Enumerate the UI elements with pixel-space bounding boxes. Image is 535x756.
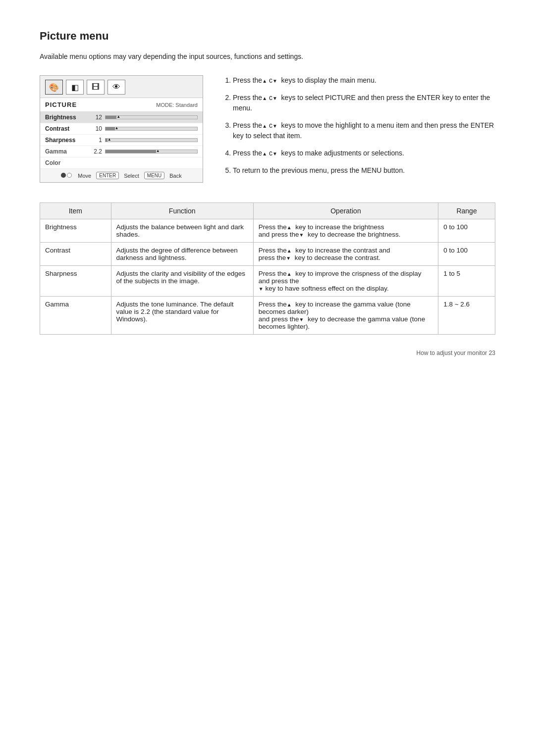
menu-row-color: Color bbox=[40, 157, 203, 169]
range-contrast: 0 to 100 bbox=[438, 243, 495, 266]
menu-icon-eye: 👁 bbox=[107, 80, 125, 95]
step-1: Press the c keys to display the main men… bbox=[233, 75, 495, 86]
step-5: To return to the previous menu, press th… bbox=[233, 165, 495, 176]
color-label: Color bbox=[45, 159, 90, 166]
step-2: Press the c keys to select PICTURE and t… bbox=[233, 93, 495, 113]
menu-row-gamma: Gamma 2.2 ▲ bbox=[40, 146, 203, 157]
menu-btn: MENU bbox=[144, 172, 164, 179]
info-table: Item Function Operation Range Brightness… bbox=[40, 202, 495, 335]
col-header-range: Range bbox=[438, 203, 495, 219]
gamma-slider: ▲ bbox=[105, 150, 198, 153]
select-label: Select bbox=[124, 173, 139, 179]
item-contrast: Contrast bbox=[40, 243, 111, 266]
step-4: Press the c keys to make adjustments or … bbox=[233, 148, 495, 158]
menu-header: PICTURE MODE: Standard bbox=[40, 98, 203, 112]
range-sharpness: 1 to 5 bbox=[438, 266, 495, 297]
function-brightness: Adjusts the balance between light and da… bbox=[111, 219, 253, 243]
col-header-item: Item bbox=[40, 203, 111, 219]
menu-row-sharpness: Sharpness 1 ▲ bbox=[40, 135, 203, 146]
table-row-contrast: Contrast Adjusts the degree of differenc… bbox=[40, 243, 495, 266]
enter-btn: ENTER bbox=[96, 172, 119, 179]
operation-sharpness: Press the key to improve the crispness o… bbox=[253, 266, 438, 297]
function-contrast: Adjusts the degree of difference between… bbox=[111, 243, 253, 266]
picture-label: PICTURE bbox=[45, 101, 77, 108]
table-row-brightness: Brightness Adjusts the balance between l… bbox=[40, 219, 495, 243]
range-brightness: 0 to 100 bbox=[438, 219, 495, 243]
menu-row-contrast: Contrast 10 ▲ bbox=[40, 123, 203, 135]
range-gamma: 1.8 ~ 2.6 bbox=[438, 297, 495, 335]
operation-brightness: Press the key to increase the brightness… bbox=[253, 219, 438, 243]
back-label: Back bbox=[169, 173, 181, 179]
menu-icon-row: 🎨 ◧ 🎞 👁 bbox=[40, 76, 203, 98]
table-row-sharpness: Sharpness Adjusts the clarity and visibi… bbox=[40, 266, 495, 297]
step-3: Press the c keys to move the highlight t… bbox=[233, 120, 495, 141]
brightness-value: 12 bbox=[90, 114, 102, 121]
top-section: 🎨 ◧ 🎞 👁 PICTURE MODE: Standard Brightnes… bbox=[40, 75, 495, 183]
footer-note: How to adjust your monitor 23 bbox=[40, 350, 495, 356]
move-label: Move bbox=[78, 173, 91, 179]
sharpness-label: Sharpness bbox=[45, 137, 90, 144]
sharpness-slider: ▲ bbox=[105, 138, 198, 142]
col-header-function: Function bbox=[111, 203, 253, 219]
item-gamma: Gamma bbox=[40, 297, 111, 335]
operation-gamma: Press the key to increase the gamma valu… bbox=[253, 297, 438, 335]
brightness-slider: ▲ bbox=[105, 115, 198, 119]
item-sharpness: Sharpness bbox=[40, 266, 111, 297]
contrast-value: 10 bbox=[90, 125, 102, 132]
function-sharpness: Adjusts the clarity and visibility of th… bbox=[111, 266, 253, 297]
brightness-label: Brightness bbox=[45, 114, 90, 121]
table-row-gamma: Gamma Adjusts the tone luminance. The de… bbox=[40, 297, 495, 335]
page-title: Picture menu bbox=[40, 30, 495, 43]
menu-footer: Move ENTER Select MENU Back bbox=[40, 169, 203, 182]
footer-circle-black bbox=[61, 173, 73, 179]
gamma-value: 2.2 bbox=[90, 148, 102, 155]
intro-text: Available menu options may vary dependin… bbox=[40, 52, 495, 60]
sharpness-value: 1 bbox=[90, 137, 102, 144]
item-brightness: Brightness bbox=[40, 219, 111, 243]
contrast-slider: ▲ bbox=[105, 127, 198, 131]
contrast-label: Contrast bbox=[45, 125, 90, 132]
mode-label: MODE: Standard bbox=[156, 102, 198, 108]
menu-icon-picture: 🎨 bbox=[45, 80, 63, 95]
operation-contrast: Press the key to increase the contrast a… bbox=[253, 243, 438, 266]
function-gamma: Adjusts the tone luminance. The default … bbox=[111, 297, 253, 335]
col-header-operation: Operation bbox=[253, 203, 438, 219]
monitor-menu: 🎨 ◧ 🎞 👁 PICTURE MODE: Standard Brightnes… bbox=[40, 75, 203, 183]
gamma-label: Gamma bbox=[45, 148, 90, 155]
menu-icon-display: ◧ bbox=[66, 80, 84, 95]
steps-list: Press the c keys to display the main men… bbox=[223, 75, 495, 183]
menu-icon-media: 🎞 bbox=[87, 80, 105, 95]
menu-row-brightness: Brightness 12 ▲ bbox=[40, 112, 203, 123]
